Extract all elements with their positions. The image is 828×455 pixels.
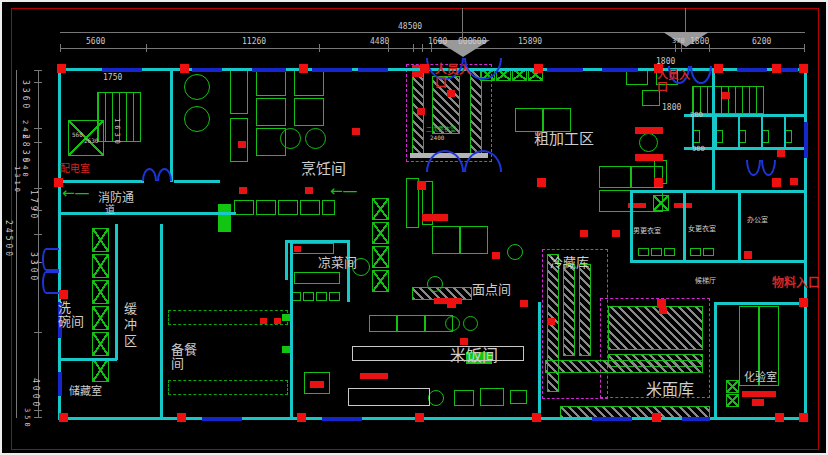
red-annotation-tag xyxy=(294,246,301,252)
window-segment xyxy=(358,68,388,72)
dimension-label: 1750 xyxy=(103,74,122,83)
direction-arrow-icon: ←— xyxy=(62,186,90,201)
wall-segment xyxy=(714,302,717,420)
dimension-label: 600 xyxy=(458,38,472,47)
room-label: 二次更衣室 xyxy=(426,126,456,132)
door-swing xyxy=(746,160,776,176)
wall-segment xyxy=(174,180,220,183)
equipment-unit xyxy=(664,248,675,256)
column-marker xyxy=(532,413,541,422)
wall-segment xyxy=(347,240,350,302)
equipment-unit xyxy=(256,68,286,96)
cad-drawing-canvas[interactable]: ←—←—烹饪间粗加工区凉菜间面点间米饭间冷藏库米面库化验室储藏室消防通道洗 碗间… xyxy=(0,0,828,455)
dimension-label: 350 xyxy=(22,408,30,430)
crossed-box-equipment xyxy=(372,222,389,244)
room-label: 米面库 xyxy=(646,381,694,398)
window-segment xyxy=(252,68,286,72)
column-marker xyxy=(799,64,808,73)
wall-segment xyxy=(761,114,763,147)
dimension-tick xyxy=(34,234,42,235)
window-segment xyxy=(322,417,362,421)
equipment-highlight xyxy=(218,204,231,232)
column-marker xyxy=(714,64,723,73)
door-arc xyxy=(464,150,502,172)
dimension-tick xyxy=(34,142,42,143)
wall-segment xyxy=(160,224,163,420)
round-cooker xyxy=(463,316,478,331)
stairs xyxy=(692,86,764,114)
red-annotation-tag xyxy=(520,300,528,307)
dimension-label: 15890 xyxy=(518,38,542,47)
storage-rack xyxy=(545,360,703,373)
room-label: 候梯厅 xyxy=(695,278,716,286)
equipment-unit xyxy=(690,248,701,256)
dimension-tick xyxy=(34,417,42,418)
entrance-label: 配电室 xyxy=(60,164,90,175)
wall-segment xyxy=(290,242,293,420)
counter-outline xyxy=(348,388,430,406)
column-marker xyxy=(654,178,663,187)
red-annotation-tag xyxy=(659,307,667,314)
door-arc xyxy=(746,160,761,176)
red-annotation-bar xyxy=(360,373,388,379)
dashed-equipment-outline xyxy=(168,310,288,325)
door-arc xyxy=(157,168,172,181)
column-marker xyxy=(772,64,781,73)
dimension-label: 4000 xyxy=(30,378,39,409)
window-segment xyxy=(602,68,638,72)
dimension-label: 2400 xyxy=(430,135,444,141)
wall-segment xyxy=(630,190,806,193)
door-swing xyxy=(426,150,502,172)
column-marker xyxy=(799,298,808,307)
crossed-box-equipment xyxy=(653,195,669,211)
wall-segment xyxy=(630,190,633,262)
column-marker xyxy=(59,413,68,422)
dimension-tick xyxy=(34,410,42,411)
room-label: 缓冲区 xyxy=(122,302,136,350)
dimension-label: 1310 xyxy=(12,166,20,195)
column-marker xyxy=(772,178,781,187)
wall-segment xyxy=(285,240,350,243)
column-marker xyxy=(534,64,543,73)
red-annotation-bar xyxy=(635,127,663,134)
round-cooker xyxy=(184,74,210,100)
dimension-tick xyxy=(34,128,42,129)
window-segment xyxy=(547,68,583,72)
red-annotation-tag xyxy=(547,318,555,325)
red-annotation-bar xyxy=(422,214,448,221)
dimension-label: 370 xyxy=(672,38,685,46)
equipment-unit xyxy=(369,315,397,332)
red-annotation-tag xyxy=(239,187,247,194)
wall-segment xyxy=(58,212,236,215)
red-annotation-tag xyxy=(580,230,588,237)
door-arc xyxy=(426,150,464,172)
dimension-label: 3360 xyxy=(20,80,29,111)
dimension-label: 600 xyxy=(472,38,486,47)
equipment-unit xyxy=(329,292,340,301)
wall-segment xyxy=(170,68,173,182)
door-swing xyxy=(142,168,172,181)
wall-segment xyxy=(630,260,806,263)
equipment-unit xyxy=(480,388,504,406)
crossed-box-equipment xyxy=(372,198,389,220)
room-label: 化验室 xyxy=(744,372,777,384)
column-marker xyxy=(799,413,808,422)
wall-segment xyxy=(738,190,741,262)
red-annotation-tag xyxy=(417,108,425,115)
dimension-line xyxy=(16,70,17,418)
dimension-label: 1790 xyxy=(28,190,37,221)
door-arc xyxy=(761,160,776,176)
dimension-label: 1630 xyxy=(112,118,120,147)
wall-segment xyxy=(285,240,288,280)
column-marker xyxy=(59,290,68,299)
crossed-box-equipment xyxy=(92,254,109,278)
round-cooker xyxy=(445,316,460,331)
entrance-label: 人员入 口 xyxy=(435,64,471,90)
round-cooker xyxy=(280,128,301,149)
room-label: 办公室 xyxy=(747,217,768,225)
dimension-label: 4480 xyxy=(370,38,389,47)
equipment-unit xyxy=(515,108,543,132)
storage-rack xyxy=(608,306,703,350)
dimension-label: 540 xyxy=(20,158,28,180)
dimension-line xyxy=(38,70,39,418)
